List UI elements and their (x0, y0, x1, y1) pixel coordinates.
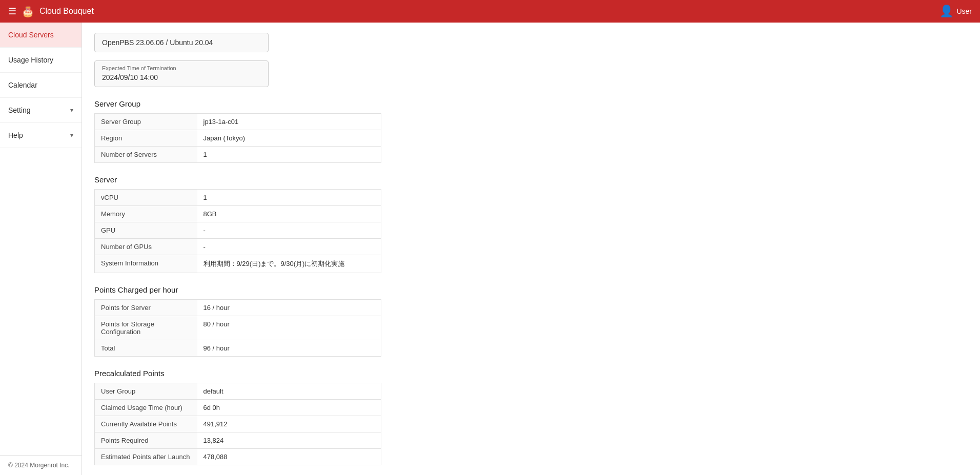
table-cell-label: Claimed Usage Time (hour) (95, 400, 197, 416)
sidebar-item-label: Cloud Servers (8, 31, 54, 39)
table-cell-label: Region (95, 130, 197, 147)
sidebar-item-calendar[interactable]: Calendar (0, 73, 81, 98)
table-row: Points Required13,824 (95, 432, 381, 449)
table-row: User Groupdefault (95, 383, 381, 400)
termination-value: 2024/09/10 14:00 (102, 73, 261, 81)
table-cell-value: default (197, 383, 381, 400)
sidebar-item-label: Setting (8, 106, 31, 114)
table-cell-value: 6d 0h (197, 400, 381, 416)
app-title: Cloud Bouquet (39, 7, 94, 16)
table-cell-label: System Information (95, 255, 197, 273)
main-content: OpenPBS 23.06.06 / Ubuntu 20.04 Expected… (82, 23, 980, 475)
user-name: User (956, 7, 972, 15)
user-icon: 👤 (940, 5, 953, 18)
table-cell-value: 16 / hour (197, 300, 381, 316)
table-cell-label: User Group (95, 383, 197, 400)
table-row: System Information利用期間：9/29(日)まで。9/30(月)… (95, 255, 381, 273)
points-per-hour-table: Points for Server16 / hourPoints for Sto… (94, 299, 381, 357)
table-cell-label: Number of Servers (95, 147, 197, 163)
table-cell-label: Estimated Points after Launch (95, 449, 197, 465)
termination-label: Expected Time of Termination (102, 65, 261, 71)
sidebar-item-setting[interactable]: Setting ▾ (0, 98, 81, 123)
table-row: Server Groupjp13-1a-c01 (95, 114, 381, 130)
table-cell-value: 1 (197, 147, 381, 163)
table-cell-value: 8GB (197, 206, 381, 222)
table-row: Claimed Usage Time (hour)6d 0h (95, 400, 381, 416)
table-cell-value: 478,088 (197, 449, 381, 465)
sidebar-item-label: Calendar (8, 81, 37, 89)
server-title: Server (94, 175, 968, 184)
chevron-down-icon: ▾ (70, 107, 73, 114)
table-cell-label: Memory (95, 206, 197, 222)
table-row: Number of GPUs- (95, 239, 381, 255)
sidebar-item-label: Help (8, 131, 23, 139)
table-cell-label: Server Group (95, 114, 197, 130)
os-selector: OpenPBS 23.06.06 / Ubuntu 20.04 (94, 33, 269, 52)
table-cell-label: Currently Available Points (95, 416, 197, 432)
logo-icon: 🎂 (22, 5, 34, 17)
sidebar-item-cloud-servers[interactable]: Cloud Servers (0, 23, 81, 48)
user-menu[interactable]: 👤 User (940, 5, 972, 18)
layout: Cloud Servers Usage History Calendar Set… (0, 23, 980, 475)
table-cell-label: vCPU (95, 190, 197, 206)
table-cell-label: Points for Storage Configuration (95, 316, 197, 340)
table-cell-value: 96 / hour (197, 340, 381, 357)
sidebar-item-label: Usage History (8, 56, 53, 64)
table-row: RegionJapan (Tokyo) (95, 130, 381, 147)
table-cell-label: GPU (95, 222, 197, 239)
table-cell-value: - (197, 222, 381, 239)
chevron-down-icon: ▾ (70, 132, 73, 139)
table-cell-value: 利用期間：9/29(日)まで。9/30(月)に初期化実施 (197, 255, 381, 273)
termination-box: Expected Time of Termination 2024/09/10 … (94, 60, 269, 87)
table-row: Estimated Points after Launch478,088 (95, 449, 381, 465)
table-cell-value: jp13-1a-c01 (197, 114, 381, 130)
top-nav: ☰ 🎂 Cloud Bouquet 👤 User (0, 0, 980, 23)
hamburger-icon[interactable]: ☰ (8, 6, 16, 17)
table-row: Total96 / hour (95, 340, 381, 357)
table-row: Points for Server16 / hour (95, 300, 381, 316)
sidebar-item-help[interactable]: Help ▾ (0, 123, 81, 148)
table-row: Memory8GB (95, 206, 381, 222)
server-table: vCPU1Memory8GBGPU-Number of GPUs-System … (94, 189, 381, 273)
table-row: vCPU1 (95, 190, 381, 206)
table-row: Currently Available Points491,912 (95, 416, 381, 432)
table-row: Points for Storage Configuration80 / hou… (95, 316, 381, 340)
table-cell-value: 13,824 (197, 432, 381, 449)
precalculated-points-title: Precalculated Points (94, 369, 968, 378)
sidebar: Cloud Servers Usage History Calendar Set… (0, 23, 82, 475)
table-cell-value: 80 / hour (197, 316, 381, 340)
table-cell-value: - (197, 239, 381, 255)
sidebar-footer: © 2024 Morgenrot Inc. (0, 455, 81, 475)
table-cell-label: Number of GPUs (95, 239, 197, 255)
table-row: Number of Servers1 (95, 147, 381, 163)
top-nav-left: ☰ 🎂 Cloud Bouquet (8, 5, 94, 17)
server-group-title: Server Group (94, 99, 968, 108)
sidebar-item-usage-history[interactable]: Usage History (0, 48, 81, 73)
table-cell-label: Total (95, 340, 197, 357)
table-cell-value: 1 (197, 190, 381, 206)
precalculated-points-table: User GroupdefaultClaimed Usage Time (hou… (94, 383, 381, 465)
points-per-hour-title: Points Charged per hour (94, 285, 968, 294)
table-cell-value: Japan (Tokyo) (197, 130, 381, 147)
table-cell-label: Points Required (95, 432, 197, 449)
table-row: GPU- (95, 222, 381, 239)
table-cell-label: Points for Server (95, 300, 197, 316)
server-group-table: Server Groupjp13-1a-c01RegionJapan (Toky… (94, 113, 381, 163)
table-cell-value: 491,912 (197, 416, 381, 432)
